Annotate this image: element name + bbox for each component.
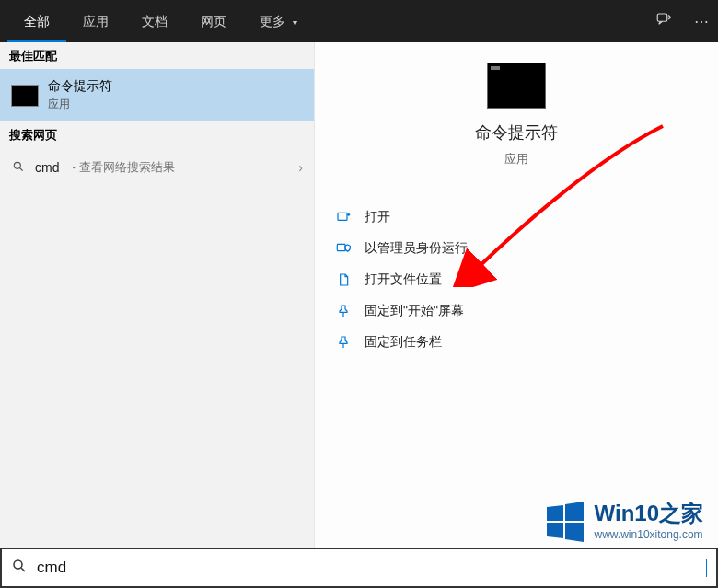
tab-more-label: 更多 xyxy=(260,14,285,29)
open-icon xyxy=(335,209,352,225)
web-term: cmd xyxy=(35,160,59,175)
search-icon xyxy=(11,558,28,578)
best-match-header: 最佳匹配 xyxy=(0,42,314,69)
search-icon xyxy=(11,160,26,176)
action-pin-to-taskbar-label: 固定到任务栏 xyxy=(365,334,442,351)
file-location-icon xyxy=(335,271,352,288)
action-open[interactable]: 打开 xyxy=(322,202,711,233)
preview-panel: 命令提示符 应用 打开 以管理员身份运 xyxy=(315,42,718,548)
svg-point-1 xyxy=(14,162,20,168)
shield-run-icon xyxy=(335,240,352,257)
svg-point-4 xyxy=(14,560,22,569)
action-pin-to-taskbar[interactable]: 固定到任务栏 xyxy=(322,327,711,358)
svg-rect-3 xyxy=(337,244,345,250)
action-list: 打开 以管理员身份运行 打开文件位置 xyxy=(315,198,718,362)
search-bar[interactable] xyxy=(0,548,718,588)
best-match-title: 命令提示符 xyxy=(48,78,112,95)
search-web-header: 搜索网页 xyxy=(0,121,314,148)
action-open-file-location-label: 打开文件位置 xyxy=(365,271,442,288)
preview-title: 命令提示符 xyxy=(475,121,558,144)
preview-subtitle: 应用 xyxy=(504,151,528,167)
tab-all[interactable]: 全部 xyxy=(7,0,66,42)
text-caret xyxy=(706,559,707,577)
tab-apps[interactable]: 应用 xyxy=(66,0,125,42)
svg-rect-0 xyxy=(657,14,667,21)
web-hint: - 查看网络搜索结果 xyxy=(72,159,175,176)
pin-icon xyxy=(335,303,352,319)
tab-docs[interactable]: 文档 xyxy=(125,0,184,42)
search-filter-tabs: 全部 应用 文档 网页 更多 ▾ ⋯ xyxy=(0,0,718,42)
chevron-right-icon: › xyxy=(298,160,303,175)
app-large-icon xyxy=(487,63,546,109)
pin-icon xyxy=(335,334,352,351)
search-input[interactable] xyxy=(37,559,702,577)
chevron-down-icon: ▾ xyxy=(293,17,297,28)
svg-rect-2 xyxy=(338,213,347,220)
action-run-as-admin[interactable]: 以管理员身份运行 xyxy=(322,233,711,264)
best-match-subtitle: 应用 xyxy=(48,97,112,112)
action-pin-to-start-label: 固定到"开始"屏幕 xyxy=(365,303,464,319)
action-open-file-location[interactable]: 打开文件位置 xyxy=(322,264,711,295)
tab-web[interactable]: 网页 xyxy=(184,0,243,42)
action-open-label: 打开 xyxy=(365,209,390,225)
more-options-icon[interactable]: ⋯ xyxy=(694,13,709,30)
action-pin-to-start[interactable]: 固定到"开始"屏幕 xyxy=(322,295,711,327)
best-match-result[interactable]: 命令提示符 应用 xyxy=(0,69,314,121)
cmd-thumbnail-icon xyxy=(11,85,39,107)
action-run-as-admin-label: 以管理员身份运行 xyxy=(365,240,468,257)
tab-more[interactable]: 更多 ▾ xyxy=(243,0,314,42)
results-panel: 最佳匹配 命令提示符 应用 搜索网页 cmd - 查看网络搜索结果 › xyxy=(0,42,315,548)
divider xyxy=(333,190,700,190)
feedback-icon[interactable] xyxy=(655,11,672,31)
search-web-result[interactable]: cmd - 查看网络搜索结果 › xyxy=(0,148,314,187)
